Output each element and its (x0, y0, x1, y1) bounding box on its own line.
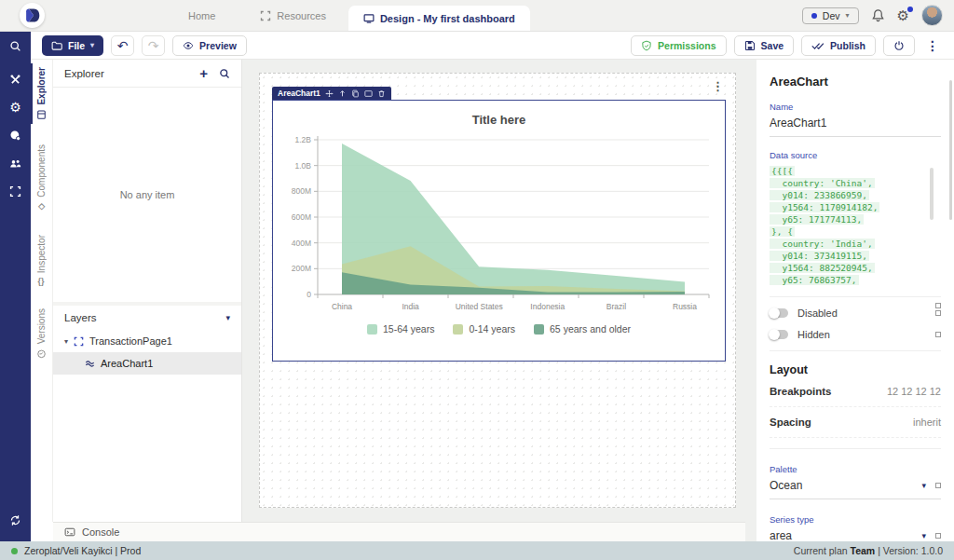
double-check-icon (811, 40, 825, 51)
hidden-binding-toggle[interactable] (935, 332, 941, 337)
braces-icon: {} (38, 277, 45, 286)
page-surface[interactable]: ⋮ AreaChart1 Title here 0200M400M600M800… (259, 73, 736, 508)
toolbar-more-button[interactable]: ⋮ (922, 38, 943, 53)
series-type-binding-toggle[interactable] (935, 533, 941, 539)
power-icon (893, 40, 905, 51)
datasource-editor[interactable]: {{[{ country: 'China', y014: 233866959, … (770, 165, 941, 286)
area-chart-widget[interactable]: Title here 0200M400M600M800M1.0B1.2BChin… (272, 100, 726, 362)
move-up-icon[interactable] (338, 89, 347, 98)
legend-swatch (534, 324, 544, 335)
panel-scrollbar[interactable] (949, 80, 952, 220)
save-button[interactable]: Save (734, 35, 795, 56)
tab-resources[interactable]: Resources (238, 0, 348, 31)
power-button[interactable] (883, 35, 915, 56)
trash-icon[interactable] (377, 89, 386, 98)
tab-versions-label: Versions (36, 308, 47, 344)
svg-text:United States: United States (455, 302, 502, 311)
global-search-button[interactable] (0, 32, 31, 60)
workspace-status-text: Zeroplat/Veli Kayikci | Prod (24, 545, 141, 556)
widget-name: AreaChart1 (278, 89, 320, 98)
kebab-icon: ⋮ (926, 38, 939, 53)
file-menu-button[interactable]: File ▾ (42, 35, 103, 56)
monitor-icon (363, 13, 375, 24)
settings-nav-button[interactable]: ⚙ (0, 93, 31, 121)
panel-tabs-strip: Explorer ◇ Components {} Inspector Versi… (31, 60, 53, 522)
environment-dropdown[interactable]: Dev ▾ (802, 7, 859, 24)
tab-design[interactable]: Design - My first dashboard (348, 6, 530, 31)
name-field-label: Name (770, 102, 941, 112)
globe-icon (9, 130, 21, 142)
move-icon[interactable] (325, 89, 334, 98)
chart-legend: 15-64 years0-14 years65 years and older (273, 323, 725, 335)
tab-versions[interactable]: Versions (31, 303, 53, 364)
layers-header[interactable]: Layers ▾ (53, 302, 241, 330)
disabled-toggle-row: Disabled (770, 307, 941, 319)
permissions-button[interactable]: Permissions (631, 35, 726, 56)
spacing-label: Spacing (770, 417, 811, 428)
svg-text:600M: 600M (291, 212, 310, 222)
preview-button[interactable]: Preview (172, 35, 247, 56)
legend-item[interactable]: 15-64 years (367, 323, 434, 335)
tab-components[interactable]: ◇ Components (31, 139, 53, 217)
datasource-binding-toggle[interactable] (935, 303, 941, 308)
sync-button[interactable] (0, 506, 31, 534)
explorer-panel: Explorer + No any item Layers ▾ ▾ Transa… (53, 60, 242, 522)
design-canvas[interactable]: ⋮ AreaChart1 Title here 0200M400M600M800… (242, 60, 745, 522)
folder-icon (51, 40, 62, 51)
env-status-dot (811, 13, 817, 19)
permissions-label: Permissions (658, 40, 716, 51)
legend-item[interactable]: 0-14 years (453, 323, 515, 335)
tab-explorer[interactable]: Explorer (31, 61, 53, 126)
canvas-gap (745, 60, 756, 541)
empty-state-text: No any item (120, 189, 175, 200)
tab-inspector[interactable]: {} Inspector (31, 229, 53, 290)
series-type-select[interactable]: area ▾ (770, 525, 941, 541)
app-logo[interactable] (20, 3, 45, 28)
fullscreen-icon[interactable] (364, 89, 373, 98)
undo-icon: ↶ (117, 38, 129, 53)
palette-binding-toggle[interactable] (935, 483, 941, 488)
settings-button[interactable]: ⚙ (897, 8, 909, 22)
breakpoints-row[interactable]: Breakpoints 12 12 12 12 (770, 376, 941, 407)
undo-button[interactable]: ↶ (111, 35, 134, 56)
code-scrollbar[interactable] (930, 168, 934, 220)
chevron-down-icon: ▾ (225, 313, 230, 322)
legend-label: 15-64 years (383, 323, 434, 335)
separator: | (878, 545, 880, 556)
legend-item[interactable]: 65 years and older (534, 323, 631, 335)
tab-home[interactable]: Home (166, 0, 238, 31)
redo-icon: ↷ (148, 38, 159, 53)
hidden-toggle-row: Hidden (770, 329, 941, 340)
page-more-button[interactable]: ⋮ (712, 79, 724, 93)
themes-nav-button[interactable] (0, 121, 31, 149)
notifications-button[interactable] (871, 8, 885, 22)
spacing-row[interactable]: Spacing inherit (770, 407, 941, 438)
tools-nav-button[interactable] (0, 65, 31, 93)
layer-node-page[interactable]: ▾ TransactionPage1 (53, 330, 241, 352)
settings-notification-dot (907, 7, 913, 12)
widget-header[interactable]: AreaChart1 (272, 87, 391, 100)
chevron-down-icon: ▾ (921, 481, 926, 490)
palette-select[interactable]: Ocean ▾ (770, 474, 941, 499)
legend-label: 0-14 years (469, 323, 515, 335)
console-bar[interactable]: Console (53, 522, 745, 541)
history-icon (36, 349, 47, 360)
layer-node-areachart[interactable]: AreaChart1 (53, 352, 241, 375)
expand-icon (9, 185, 21, 198)
explorer-search-button[interactable] (219, 68, 230, 79)
disabled-binding-toggle[interactable] (935, 310, 941, 316)
app-window: Home Resources Design - My first dashboa… (0, 0, 954, 560)
hidden-toggle[interactable] (770, 330, 788, 339)
apps-nav-button[interactable] (0, 177, 31, 205)
svg-text:Indonesia: Indonesia (530, 302, 565, 311)
component-type-title: AreaChart (770, 75, 941, 89)
redo-button[interactable]: ↷ (142, 35, 165, 56)
save-label: Save (761, 40, 784, 51)
name-field-value[interactable]: AreaChart1 (770, 112, 941, 137)
publish-button[interactable]: Publish (801, 35, 876, 56)
duplicate-icon[interactable] (351, 89, 360, 98)
add-item-button[interactable]: + (199, 65, 208, 81)
user-avatar[interactable] (921, 5, 943, 26)
disabled-toggle[interactable] (770, 308, 788, 318)
users-nav-button[interactable] (0, 149, 31, 177)
